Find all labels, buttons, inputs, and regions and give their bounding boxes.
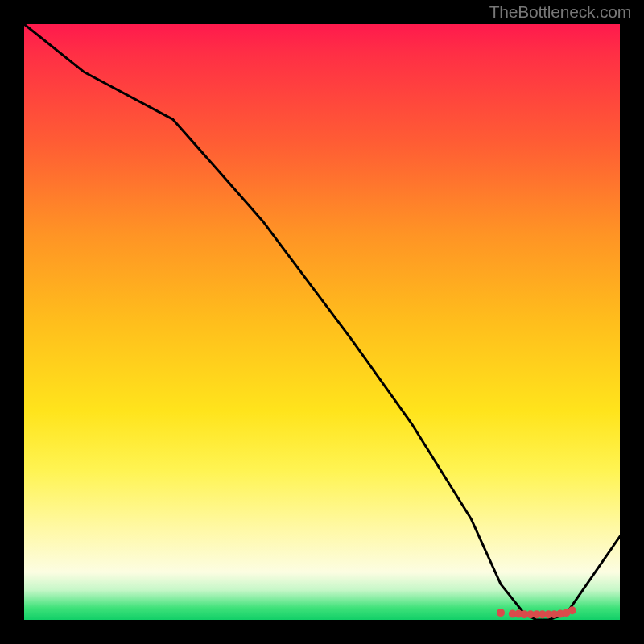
- chart-frame: TheBottleneck.com: [0, 0, 644, 644]
- plot-area: [24, 24, 620, 620]
- optimal-marker: [568, 606, 576, 614]
- optimal-marker: [497, 609, 505, 617]
- bottleneck-curve: [24, 24, 620, 620]
- curve-group: [24, 24, 620, 620]
- watermark-label: TheBottleneck.com: [489, 2, 631, 22]
- chart-svg: [24, 24, 620, 620]
- optimal-markers: [497, 606, 576, 618]
